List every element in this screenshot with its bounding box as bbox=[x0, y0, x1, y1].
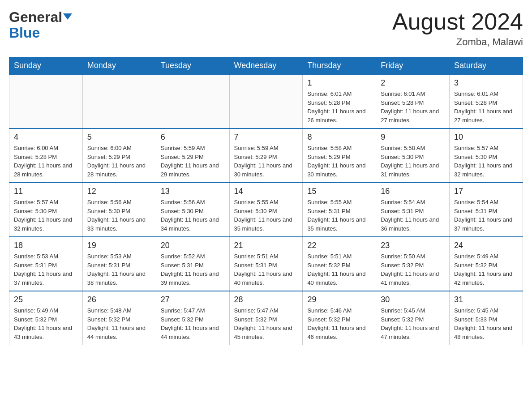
month-title: August 2024 bbox=[392, 9, 523, 34]
day-number: 6 bbox=[161, 133, 225, 142]
calendar-day-cell: 15Sunrise: 5:55 AMSunset: 5:31 PMDayligh… bbox=[303, 183, 376, 237]
calendar-day-cell: 1Sunrise: 6:01 AMSunset: 5:28 PMDaylight… bbox=[303, 74, 376, 128]
calendar-day-cell: 30Sunrise: 5:45 AMSunset: 5:32 PMDayligh… bbox=[376, 291, 450, 345]
calendar-day-cell bbox=[82, 74, 156, 128]
logo-blue-text: Blue bbox=[9, 26, 40, 40]
logo-triangle-icon bbox=[63, 13, 72, 20]
day-info: Sunrise: 5:59 AMSunset: 5:29 PMDaylight:… bbox=[161, 144, 225, 179]
day-number: 28 bbox=[234, 295, 298, 304]
day-info: Sunrise: 6:01 AMSunset: 5:28 PMDaylight:… bbox=[454, 90, 518, 124]
calendar-weekday-header: Sunday bbox=[9, 57, 83, 75]
calendar-day-cell bbox=[229, 74, 303, 128]
day-number: 2 bbox=[381, 78, 445, 88]
calendar-day-cell bbox=[9, 74, 83, 128]
calendar-day-cell: 8Sunrise: 5:58 AMSunset: 5:29 PMDaylight… bbox=[303, 128, 376, 183]
day-info: Sunrise: 5:52 AMSunset: 5:31 PMDaylight:… bbox=[161, 252, 225, 287]
day-info: Sunrise: 5:56 AMSunset: 5:30 PMDaylight:… bbox=[87, 198, 151, 233]
day-info: Sunrise: 6:01 AMSunset: 5:28 PMDaylight:… bbox=[381, 90, 445, 124]
calendar-day-cell: 28Sunrise: 5:47 AMSunset: 5:32 PMDayligh… bbox=[229, 291, 303, 345]
day-info: Sunrise: 5:57 AMSunset: 5:30 PMDaylight:… bbox=[454, 144, 518, 179]
day-info: Sunrise: 5:58 AMSunset: 5:30 PMDaylight:… bbox=[381, 144, 445, 179]
calendar-weekday-header: Thursday bbox=[303, 57, 376, 75]
calendar-weekday-header: Tuesday bbox=[156, 57, 229, 75]
calendar-day-cell: 27Sunrise: 5:47 AMSunset: 5:32 PMDayligh… bbox=[156, 291, 229, 345]
day-number: 23 bbox=[381, 241, 445, 250]
calendar-day-cell: 25Sunrise: 5:49 AMSunset: 5:32 PMDayligh… bbox=[9, 291, 83, 345]
calendar-day-cell: 26Sunrise: 5:48 AMSunset: 5:32 PMDayligh… bbox=[82, 291, 156, 345]
calendar-weekday-header: Saturday bbox=[450, 57, 523, 75]
day-number: 9 bbox=[381, 133, 445, 142]
day-info: Sunrise: 6:00 AMSunset: 5:29 PMDaylight:… bbox=[87, 144, 151, 179]
calendar-week-row: 4Sunrise: 6:00 AMSunset: 5:28 PMDaylight… bbox=[9, 128, 523, 183]
calendar-weekday-header: Wednesday bbox=[229, 57, 303, 75]
calendar-day-cell: 6Sunrise: 5:59 AMSunset: 5:29 PMDaylight… bbox=[156, 128, 229, 183]
calendar-day-cell: 10Sunrise: 5:57 AMSunset: 5:30 PMDayligh… bbox=[450, 128, 523, 183]
calendar-day-cell: 24Sunrise: 5:49 AMSunset: 5:32 PMDayligh… bbox=[450, 237, 523, 291]
calendar-week-row: 18Sunrise: 5:53 AMSunset: 5:31 PMDayligh… bbox=[9, 237, 523, 291]
day-number: 22 bbox=[307, 241, 371, 250]
calendar-weekday-header: Friday bbox=[376, 57, 450, 75]
calendar-day-cell: 29Sunrise: 5:46 AMSunset: 5:32 PMDayligh… bbox=[303, 291, 376, 345]
calendar-day-cell: 7Sunrise: 5:59 AMSunset: 5:29 PMDaylight… bbox=[229, 128, 303, 183]
day-info: Sunrise: 5:53 AMSunset: 5:31 PMDaylight:… bbox=[87, 252, 151, 287]
calendar-weekday-header: Monday bbox=[82, 57, 156, 75]
calendar-day-cell: 13Sunrise: 5:56 AMSunset: 5:30 PMDayligh… bbox=[156, 183, 229, 237]
day-number: 16 bbox=[381, 187, 445, 196]
calendar-day-cell: 21Sunrise: 5:51 AMSunset: 5:31 PMDayligh… bbox=[229, 237, 303, 291]
day-number: 26 bbox=[87, 295, 151, 304]
calendar-body: 1Sunrise: 6:01 AMSunset: 5:28 PMDaylight… bbox=[9, 74, 523, 345]
calendar-day-cell: 14Sunrise: 5:55 AMSunset: 5:30 PMDayligh… bbox=[229, 183, 303, 237]
day-info: Sunrise: 5:47 AMSunset: 5:32 PMDaylight:… bbox=[161, 306, 225, 341]
day-number: 18 bbox=[14, 241, 78, 250]
calendar-day-cell: 9Sunrise: 5:58 AMSunset: 5:30 PMDaylight… bbox=[376, 128, 450, 183]
day-info: Sunrise: 5:48 AMSunset: 5:32 PMDaylight:… bbox=[87, 306, 151, 341]
calendar-day-cell: 19Sunrise: 5:53 AMSunset: 5:31 PMDayligh… bbox=[82, 237, 156, 291]
day-info: Sunrise: 5:58 AMSunset: 5:29 PMDaylight:… bbox=[307, 144, 371, 179]
day-number: 3 bbox=[454, 78, 518, 88]
calendar-table: SundayMondayTuesdayWednesdayThursdayFrid… bbox=[9, 57, 523, 345]
calendar-day-cell: 5Sunrise: 6:00 AMSunset: 5:29 PMDaylight… bbox=[82, 128, 156, 183]
day-info: Sunrise: 5:45 AMSunset: 5:32 PMDaylight:… bbox=[381, 306, 445, 341]
day-number: 29 bbox=[307, 295, 371, 304]
calendar-day-cell: 23Sunrise: 5:50 AMSunset: 5:32 PMDayligh… bbox=[376, 237, 450, 291]
day-number: 21 bbox=[234, 241, 298, 250]
day-number: 7 bbox=[234, 133, 298, 142]
day-info: Sunrise: 5:56 AMSunset: 5:30 PMDaylight:… bbox=[161, 198, 225, 233]
day-info: Sunrise: 5:57 AMSunset: 5:30 PMDaylight:… bbox=[14, 198, 78, 233]
day-number: 11 bbox=[14, 187, 78, 196]
calendar-day-cell: 4Sunrise: 6:00 AMSunset: 5:28 PMDaylight… bbox=[9, 128, 83, 183]
day-number: 25 bbox=[14, 295, 78, 304]
day-number: 1 bbox=[307, 78, 371, 88]
day-number: 17 bbox=[454, 187, 518, 196]
calendar-week-row: 25Sunrise: 5:49 AMSunset: 5:32 PMDayligh… bbox=[9, 291, 523, 345]
day-number: 27 bbox=[161, 295, 225, 304]
day-info: Sunrise: 5:54 AMSunset: 5:31 PMDaylight:… bbox=[454, 198, 518, 233]
day-number: 5 bbox=[87, 133, 151, 142]
logo: General Blue bbox=[9, 9, 72, 40]
day-info: Sunrise: 5:55 AMSunset: 5:31 PMDaylight:… bbox=[307, 198, 371, 233]
calendar-day-cell: 17Sunrise: 5:54 AMSunset: 5:31 PMDayligh… bbox=[450, 183, 523, 237]
day-number: 30 bbox=[381, 295, 445, 304]
day-info: Sunrise: 5:49 AMSunset: 5:32 PMDaylight:… bbox=[454, 252, 518, 287]
day-info: Sunrise: 5:47 AMSunset: 5:32 PMDaylight:… bbox=[234, 306, 298, 341]
day-info: Sunrise: 6:00 AMSunset: 5:28 PMDaylight:… bbox=[14, 144, 78, 179]
day-info: Sunrise: 5:49 AMSunset: 5:32 PMDaylight:… bbox=[14, 306, 78, 341]
day-info: Sunrise: 5:45 AMSunset: 5:33 PMDaylight:… bbox=[454, 306, 518, 341]
day-info: Sunrise: 5:50 AMSunset: 5:32 PMDaylight:… bbox=[381, 252, 445, 287]
calendar-header-row: SundayMondayTuesdayWednesdayThursdayFrid… bbox=[9, 57, 523, 75]
day-number: 19 bbox=[87, 241, 151, 250]
title-area: August 2024 Zomba, Malawi bbox=[392, 9, 523, 48]
day-number: 24 bbox=[454, 241, 518, 250]
day-number: 14 bbox=[234, 187, 298, 196]
day-info: Sunrise: 5:55 AMSunset: 5:30 PMDaylight:… bbox=[234, 198, 298, 233]
page-header: General Blue August 2024 Zomba, Malawi bbox=[9, 9, 523, 48]
calendar-week-row: 11Sunrise: 5:57 AMSunset: 5:30 PMDayligh… bbox=[9, 183, 523, 237]
day-info: Sunrise: 5:59 AMSunset: 5:29 PMDaylight:… bbox=[234, 144, 298, 179]
location: Zomba, Malawi bbox=[392, 36, 523, 48]
calendar-day-cell: 11Sunrise: 5:57 AMSunset: 5:30 PMDayligh… bbox=[9, 183, 83, 237]
day-info: Sunrise: 5:53 AMSunset: 5:31 PMDaylight:… bbox=[14, 252, 78, 287]
day-number: 20 bbox=[161, 241, 225, 250]
calendar-day-cell: 20Sunrise: 5:52 AMSunset: 5:31 PMDayligh… bbox=[156, 237, 229, 291]
day-number: 4 bbox=[14, 133, 78, 142]
calendar-day-cell: 2Sunrise: 6:01 AMSunset: 5:28 PMDaylight… bbox=[376, 74, 450, 128]
